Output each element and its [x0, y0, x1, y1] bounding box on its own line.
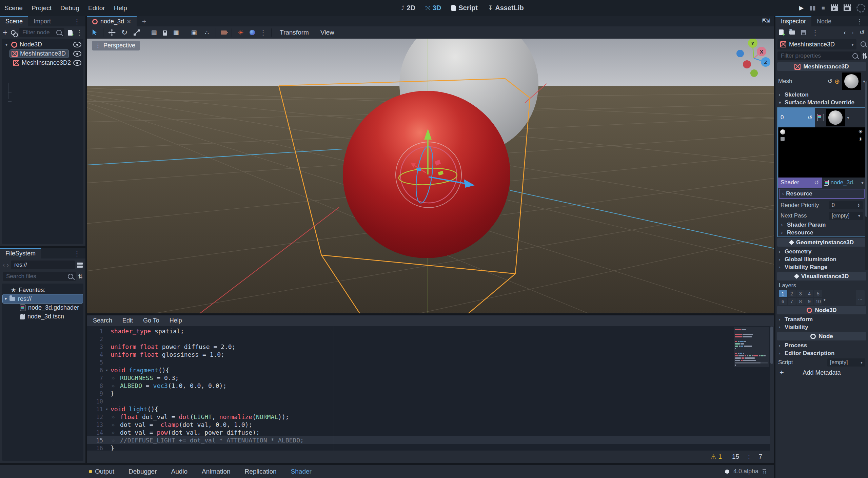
code-line-1[interactable]: 1shader_type spatial;: [87, 327, 774, 335]
preview-sun-icon[interactable]: ☀: [237, 28, 245, 37]
scene-tab-node3d[interactable]: node_3d ✕: [87, 16, 137, 26]
preview-settings-icon[interactable]: ⋮: [260, 29, 267, 36]
history-forward-icon[interactable]: ›: [852, 29, 854, 36]
code-line-11[interactable]: 11▾void light(){: [87, 405, 774, 413]
layer-cell-6[interactable]: 6: [779, 298, 787, 305]
workspace-2d-button[interactable]: ⤴ 2D: [399, 4, 418, 12]
layer-cell-1[interactable]: 1: [779, 290, 787, 297]
code-line-16[interactable]: 16}: [87, 444, 774, 451]
selected-node-box[interactable]: MeshInstance3D: [10, 50, 68, 58]
material-preview[interactable]: ☀ ☀: [778, 127, 865, 178]
edited-object-selector[interactable]: MeshInstance3D ▾: [777, 39, 856, 49]
chevron-down-icon[interactable]: ▾: [861, 180, 864, 185]
menu-help[interactable]: Help: [170, 317, 182, 324]
tab-inspector[interactable]: Inspector: [775, 16, 811, 26]
camera-preview-icon[interactable]: [221, 30, 227, 35]
gizmo-plane-handle[interactable]: [416, 167, 421, 171]
warnings-indicator[interactable]: ⚠ 1: [710, 453, 722, 461]
axis-ball-negy[interactable]: [750, 69, 758, 77]
code-minimap[interactable]: [734, 327, 769, 367]
save-resource-icon[interactable]: [801, 30, 806, 35]
group-transform[interactable]: › Transform: [775, 315, 868, 323]
red-sphere-mesh[interactable]: [343, 91, 510, 258]
code-line-2[interactable]: 2: [87, 335, 774, 343]
menu-debug[interactable]: Debug: [56, 0, 84, 16]
tree-row-meshinstance3d2[interactable]: MeshInstance3D2: [2, 58, 83, 67]
layer-cell-9[interactable]: 9: [805, 298, 813, 305]
menu-scene[interactable]: Scene: [0, 0, 27, 16]
code-line-4[interactable]: 4uniform float glossiness = 1.0;: [87, 351, 774, 358]
render-priority-value[interactable]: 0 ▲▼: [829, 201, 863, 209]
code-line-13[interactable]: 13»dot_val = clamp(dot_val, 0.0, 1.0);: [87, 421, 774, 429]
chevron-down-icon[interactable]: ▾: [847, 115, 849, 120]
scrollbar-thumb[interactable]: [770, 327, 773, 364]
code-line-10[interactable]: 10: [87, 397, 774, 405]
group-resource-shader[interactable]: › Resource: [779, 189, 865, 199]
3d-viewport[interactable]: Y X Z ⋮ Perspective: [87, 39, 774, 313]
crosshair-icon[interactable]: ⊕: [834, 78, 840, 85]
play-scene-button[interactable]: [831, 6, 838, 11]
play-button[interactable]: ▶: [799, 4, 804, 12]
property-next-pass[interactable]: Next Pass [empty] ▾: [778, 210, 866, 221]
code-line-15[interactable]: 15»//DIFFUSE_LIGHT += dot_val * ATTENUAT…: [87, 436, 774, 444]
workspace-3d-button[interactable]: ⤲ 3D: [423, 4, 444, 12]
load-resource-icon[interactable]: [789, 30, 795, 35]
instance-scene-button[interactable]: [11, 30, 16, 35]
back-icon[interactable]: ‹: [3, 262, 5, 269]
property-tools-icon[interactable]: [863, 53, 866, 59]
group-editor-description[interactable]: › Editor Description: [775, 349, 868, 357]
layer-cell-4[interactable]: 4: [805, 290, 813, 297]
class-header-geometryinstance3d[interactable]: GeometryInstance3D: [777, 238, 866, 247]
notification-bell-icon[interactable]: [725, 470, 729, 473]
snap-icon[interactable]: ∴: [203, 29, 211, 36]
tab-scene[interactable]: Scene: [0, 16, 28, 26]
revert-icon[interactable]: ↺: [828, 78, 832, 85]
update-spinner-icon[interactable]: [856, 4, 865, 13]
inspector-scrollbar[interactable]: [865, 81, 868, 270]
local-space-icon[interactable]: ▣: [190, 29, 198, 36]
code-line-7[interactable]: 7»ROUGHNESS = 0.3;: [87, 374, 774, 382]
play-custom-scene-button[interactable]: [844, 6, 851, 11]
layer-cell-2[interactable]: 2: [788, 290, 796, 297]
class-header-node[interactable]: Node: [777, 332, 866, 340]
group-process[interactable]: › Process: [775, 341, 868, 349]
file-row-tscn[interactable]: node_3d.tscn: [2, 312, 83, 321]
group-skeleton[interactable]: › Skeleton: [775, 91, 868, 99]
tab-import[interactable]: Import: [28, 16, 56, 26]
workspace-script-button[interactable]: Script: [449, 4, 480, 12]
bottom-tab-animation[interactable]: Animation: [202, 468, 231, 475]
code-scrollbar[interactable]: [770, 326, 774, 451]
tree-row-node3d[interactable]: ▾ Node3D: [2, 40, 83, 49]
bottom-tab-audio[interactable]: Audio: [171, 468, 188, 475]
file-row-gdshader[interactable]: node_3d.gdshader: [2, 303, 83, 312]
attach-script-button[interactable]: [68, 30, 73, 36]
visibility-eye-icon[interactable]: [73, 60, 81, 66]
visibility-eye-icon[interactable]: [73, 42, 81, 47]
perspective-menu[interactable]: ⋮ Perspective: [92, 41, 140, 50]
code-line-8[interactable]: 8»ALBEDO = vec3(1.0, 0.0, 0.0);: [87, 382, 774, 390]
preview-environment-icon[interactable]: [250, 30, 255, 35]
menu-editor[interactable]: Editor: [84, 0, 110, 16]
expand-viewport-icon[interactable]: ⇱⇲: [762, 18, 769, 24]
open-docs-icon[interactable]: [861, 41, 866, 47]
layer-cell-10[interactable]: 10: [814, 298, 822, 305]
group-global-illumination[interactable]: › Global Illumination: [775, 255, 868, 263]
filter-node-input[interactable]: [22, 29, 54, 36]
history-back-icon[interactable]: ‹: [844, 29, 846, 36]
menu-help[interactable]: Help: [110, 0, 132, 16]
chevron-down-icon[interactable]: ▾: [824, 298, 826, 305]
pause-button[interactable]: ▮▮: [809, 4, 816, 12]
spinner-arrows-icon[interactable]: ▲▼: [857, 203, 860, 207]
layers-more-button[interactable]: ...: [856, 290, 865, 305]
menu-goto[interactable]: Go To: [143, 317, 159, 324]
revert-icon[interactable]: ↺: [808, 114, 812, 121]
history-icon[interactable]: ↺: [860, 29, 865, 36]
menu-edit[interactable]: Edit: [122, 317, 133, 324]
preview-light2-toggle[interactable]: ☀: [857, 136, 864, 142]
property-render-priority[interactable]: Render Priority 0 ▲▼: [778, 200, 866, 210]
bottom-tab-output[interactable]: Output: [89, 468, 114, 475]
add-node-button[interactable]: +: [3, 28, 7, 37]
chevron-down-icon[interactable]: ▾: [4, 42, 9, 47]
preview-sphere-toggle[interactable]: [780, 129, 785, 134]
bottom-tab-shader[interactable]: Shader: [291, 468, 312, 475]
